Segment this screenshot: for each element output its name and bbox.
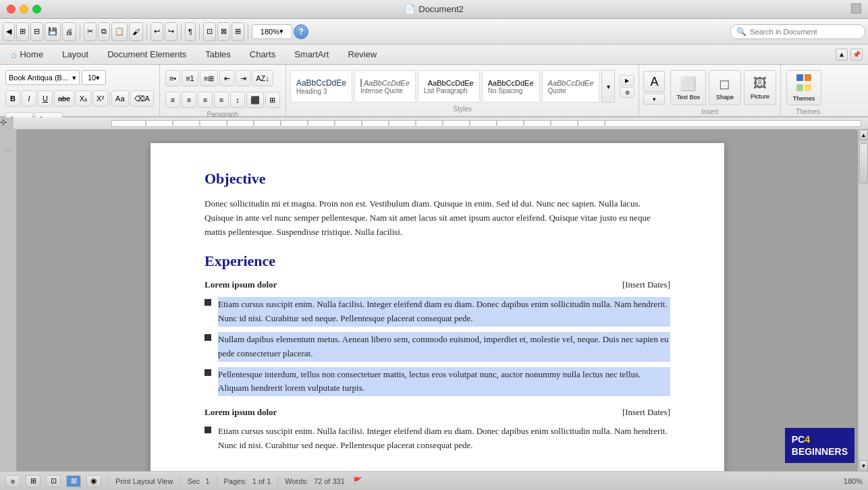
menu-document-elements[interactable]: Document Elements [98, 45, 196, 64]
bullets-button[interactable]: ≡• [165, 70, 180, 86]
ribbon-insert-section: A ▾ ⬜ Text Box ◻ Shape 🖼 Picture Insert [639, 65, 781, 116]
save-button[interactable]: 💾 [45, 22, 61, 41]
style-no-spacing-label: No Spacing [488, 87, 534, 94]
style-intense-quote-preview: AaBbCcDdEe [360, 79, 410, 87]
italic-button[interactable]: I [22, 90, 36, 107]
view-page-btn[interactable]: ⊡ [46, 475, 61, 487]
fill-color-button[interactable]: ⬛ [246, 92, 264, 108]
styles-expand-button[interactable]: ▶ [620, 75, 634, 86]
format-painter-button[interactable]: 🖌 [129, 22, 143, 41]
style-quote[interactable]: AaBbCcDdEe Quote [542, 70, 600, 103]
ribbon-collapse-button[interactable]: ▲ [836, 49, 848, 61]
scroll-down-button[interactable]: ▼ [859, 460, 868, 471]
menu-review[interactable]: Review [338, 45, 386, 64]
back-button[interactable]: ◀ [3, 22, 15, 41]
ruler-corner[interactable]: ⊹ [0, 117, 13, 130]
view-focus-btn[interactable]: ⊠ [66, 475, 81, 487]
new-doc-button[interactable]: ⊞ [16, 22, 29, 41]
style-list-paragraph[interactable]: AaBbCcDdEe List Paragraph [418, 70, 480, 103]
close-button[interactable] [7, 5, 16, 13]
styles-icon-button[interactable]: A [643, 71, 665, 92]
styles-scroll-arrow[interactable]: ▾ [601, 70, 615, 103]
cut-button[interactable]: ✂ [84, 22, 97, 41]
traffic-lights [7, 5, 41, 13]
titlebar: 📄 Document2 [0, 0, 868, 19]
ribbon-font-section: Book Antiqua (B... ▾ 10 ▾ B I U abc X₂ X… [0, 65, 160, 116]
styles-icon-btn2[interactable]: ▾ [643, 94, 665, 105]
themes-controls: Themes [786, 67, 830, 108]
align-left-button[interactable]: ≡ [165, 92, 180, 108]
menu-smartart[interactable]: SmartArt [285, 45, 338, 64]
bullet-text-1: Etiam cursus suscipit enim. Nulla facili… [218, 297, 670, 327]
resize-icon[interactable] [851, 3, 861, 13]
picture-button[interactable]: 🖼 Picture [744, 70, 776, 105]
line-spacing-button[interactable]: ↕ [230, 92, 245, 108]
style-intense-quote[interactable]: AaBbCcDdEe Intense Quote [354, 70, 416, 103]
style-list-para-label: List Paragraph [424, 87, 474, 94]
minimize-button[interactable] [20, 5, 28, 13]
help-button[interactable]: ? [294, 24, 308, 39]
view-outline-btn[interactable]: ⊞ [26, 475, 40, 487]
align-right-button[interactable]: ≡ [198, 92, 213, 108]
menu-layout[interactable]: Layout [53, 45, 98, 64]
strikethrough-button[interactable]: abc [54, 90, 74, 107]
style-heading3-preview: AaBbCcDdEe [296, 78, 346, 88]
window-resize-control[interactable] [851, 3, 861, 16]
font-size-selector[interactable]: 10 ▾ [82, 70, 106, 85]
font-size-dropdown-icon[interactable]: ▾ [96, 74, 100, 82]
ruler-markings [119, 120, 854, 127]
zoom-mode-button[interactable]: ⊠ [217, 22, 230, 41]
search-input[interactable] [750, 28, 859, 36]
menu-tables[interactable]: Tables [196, 45, 240, 64]
style-heading3[interactable]: AaBbCcDdEe Heading 3 [290, 70, 352, 103]
view-list-btn[interactable]: ≡ [5, 475, 20, 487]
margin-marker[interactable]: | [5, 150, 11, 151]
text-box-button[interactable]: ⬜ Text Box [670, 70, 706, 105]
style-no-spacing[interactable]: AaBbCcDdEe No Spacing [482, 70, 540, 103]
scroll-up-button[interactable]: ▲ [859, 130, 868, 140]
decrease-indent-button[interactable]: ⇤ [219, 70, 234, 86]
view-mode-button[interactable]: ⊡ [203, 22, 216, 41]
document-page: Objective Donec sollicitudin mi et magna… [151, 143, 724, 471]
redo-button[interactable]: ↪ [165, 22, 178, 41]
sidebar-button[interactable]: ⊞ [232, 22, 244, 41]
shape-button[interactable]: ◻ Shape [709, 70, 741, 105]
font-name-selector[interactable]: Book Antiqua (B... ▾ [5, 70, 80, 85]
paragraph-mark-button[interactable]: ¶ [185, 22, 196, 41]
bullet-text-4: Etiam cursus suscipit enim. Nulla facili… [218, 425, 670, 453]
justify-button[interactable]: ≡ [214, 92, 229, 108]
numbering-button[interactable]: ≡1 [182, 70, 198, 86]
maximize-button[interactable] [32, 5, 41, 13]
theme-color-yellow [805, 84, 811, 91]
multilevel-list-button[interactable]: ≡⊞ [200, 70, 218, 86]
align-center-button[interactable]: ≡ [182, 92, 196, 108]
superscript-button[interactable]: X² [92, 90, 108, 107]
status-separator4 [277, 476, 278, 487]
scrollbar-thumb[interactable] [859, 143, 868, 184]
underline-button[interactable]: U [38, 90, 53, 107]
borders-button[interactable]: ⊞ [265, 92, 280, 108]
menu-charts[interactable]: Charts [240, 45, 285, 64]
bullet-text-3: Pellentesque interdum, tellus non consec… [218, 367, 670, 397]
clear-format-button[interactable]: ⌫A [130, 90, 154, 107]
font-name-dropdown-icon[interactable]: ▾ [72, 74, 76, 82]
styles-settings-button[interactable]: ⚙ [620, 87, 634, 98]
sort-button[interactable]: AZ↓ [252, 70, 273, 86]
scrollbar[interactable]: ▲ ▼ [858, 130, 868, 471]
undo-button[interactable]: ↩ [151, 22, 163, 41]
zoom-dropdown-icon[interactable]: ▾ [279, 27, 283, 36]
print-button[interactable]: 🖨 [62, 22, 76, 41]
themes-button[interactable]: Themes [786, 70, 821, 105]
document-area[interactable]: Objective Donec sollicitudin mi et magna… [17, 130, 858, 471]
copy-button[interactable]: ⧉ [98, 22, 110, 41]
subscript-button[interactable]: X₂ [76, 90, 91, 107]
paste-button[interactable]: 📋 [111, 22, 128, 41]
change-case-button[interactable]: Aa [111, 90, 128, 107]
status-separator3 [217, 476, 217, 487]
ribbon-pin-button[interactable]: 📌 [850, 49, 863, 61]
menu-home[interactable]: ⌂ Home [5, 45, 53, 64]
view-web-btn[interactable]: ◉ [86, 475, 101, 487]
increase-indent-button[interactable]: ⇥ [236, 70, 250, 86]
view-button[interactable]: ⊟ [30, 22, 43, 41]
bold-button[interactable]: B [5, 90, 20, 107]
